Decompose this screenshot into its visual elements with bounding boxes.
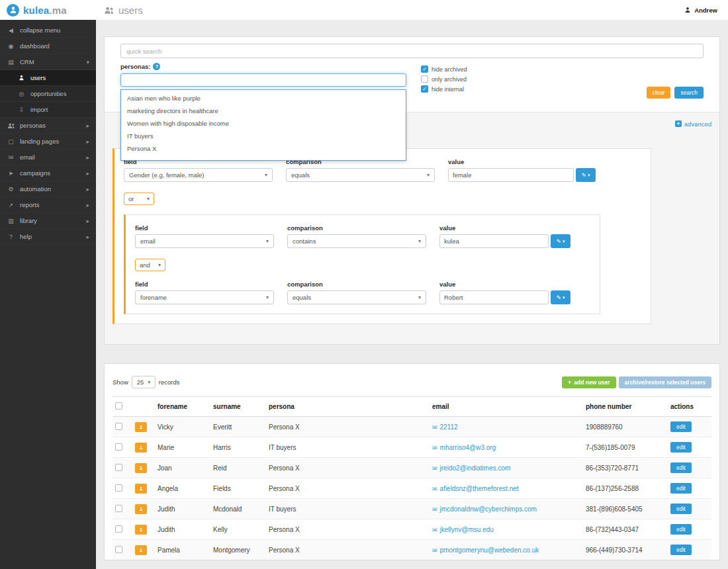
edit-button[interactable]: edit: [670, 503, 692, 514]
email-link[interactable]: jreido2@indiatimes.com: [440, 464, 511, 472]
user-menu[interactable]: Andrew: [684, 7, 728, 14]
search-button[interactable]: search: [674, 87, 704, 99]
edit-button[interactable]: edit: [670, 524, 692, 535]
user-badge-icon[interactable]: [135, 545, 147, 555]
field-select[interactable]: forename: [135, 290, 274, 304]
persona-option[interactable]: IT buyers: [121, 130, 406, 142]
user-badge-icon[interactable]: [135, 422, 147, 432]
checkbox-only-archived[interactable]: only archived: [421, 75, 467, 83]
page-size-select[interactable]: 25: [132, 376, 156, 388]
row-checkbox[interactable]: [115, 505, 122, 512]
row-checkbox[interactable]: [115, 525, 122, 533]
persona-option[interactable]: marketing directors in healthcare: [121, 105, 406, 117]
comparison-select[interactable]: equals: [287, 290, 426, 304]
sidebar-item-reports[interactable]: ↗ reports ▸: [0, 197, 96, 213]
cell-phone: 86-(137)256-2588: [583, 478, 668, 499]
sidebar-item-opportunities[interactable]: ◎ opportunities: [0, 86, 96, 102]
column-header-surname[interactable]: surname: [210, 397, 266, 417]
row-checkbox[interactable]: [115, 423, 122, 430]
sidebar-item-dashboard[interactable]: ◉ dashboard: [0, 38, 96, 54]
column-header-persona[interactable]: persona: [266, 397, 430, 417]
value-edit-button[interactable]: ✎: [551, 290, 570, 304]
sidebar-item-landing-pages[interactable]: ▢ landing pages ▸: [0, 134, 96, 150]
sidebar-item-automation[interactable]: ⚙ automation ▸: [0, 181, 96, 197]
edit-button[interactable]: edit: [670, 462, 692, 473]
envelope-icon: ✉: [432, 547, 437, 554]
cell-forename: Vicky: [155, 417, 210, 437]
field-select[interactable]: Gender (e.g, female, male): [124, 168, 273, 182]
email-link[interactable]: jkellynv@msu.edu: [440, 526, 494, 533]
sidebar-item-users[interactable]: users: [0, 70, 96, 86]
clear-button[interactable]: clear: [647, 87, 670, 99]
comparison-select[interactable]: equals: [286, 168, 435, 182]
edit-button[interactable]: edit: [670, 483, 692, 494]
email-link[interactable]: mharriso4@w3.org: [440, 444, 496, 451]
help-badge-icon[interactable]: ?: [153, 63, 160, 70]
sidebar-item-import[interactable]: ⇩ import: [0, 102, 96, 118]
sidebar-item-help[interactable]: ? help ▸: [0, 229, 96, 245]
field-select[interactable]: email: [135, 234, 274, 248]
sidebar-item-label: automation: [20, 185, 51, 193]
users-table: forename surname persona email phone num…: [113, 396, 711, 560]
operator-select-or[interactable]: or: [124, 193, 154, 205]
personas-input[interactable]: [120, 73, 406, 87]
checkbox-hide-internal[interactable]: hide internal: [421, 85, 467, 93]
email-link[interactable]: 22112: [440, 423, 458, 431]
chevron-down-icon: ▾: [86, 59, 89, 66]
column-header-phone[interactable]: phone number: [583, 397, 668, 417]
sidebar-item-label: dashboard: [20, 42, 50, 50]
comparison-select-value: equals: [291, 171, 310, 179]
operator-select-and[interactable]: and: [135, 259, 165, 271]
table-row: Vicky Everitt Persona X ✉22112 190888976…: [113, 417, 711, 437]
sidebar-item-label: library: [20, 217, 37, 224]
row-checkbox[interactable]: [115, 464, 122, 471]
row-checkbox[interactable]: [115, 443, 122, 451]
value-edit-button[interactable]: ✎: [551, 234, 570, 248]
checkbox-label: hide internal: [432, 86, 464, 93]
quick-search-input[interactable]: [120, 44, 704, 58]
sidebar-item-campaigns[interactable]: ➤ campaigns ▸: [0, 165, 96, 181]
select-all-checkbox[interactable]: [115, 402, 122, 410]
value-input[interactable]: [439, 234, 549, 248]
persona-option[interactable]: Persona X: [121, 142, 406, 155]
column-header-forename[interactable]: forename: [155, 397, 210, 417]
sidebar-item-email[interactable]: ✉ email ▸: [0, 150, 96, 165]
sidebar-item-library[interactable]: ▥ library ▸: [0, 213, 96, 229]
edit-button[interactable]: edit: [670, 442, 692, 453]
checkbox-hide-archived[interactable]: hide archived: [421, 66, 467, 73]
envelope-icon: ✉: [432, 465, 437, 472]
edit-button[interactable]: edit: [670, 545, 692, 555]
edit-button[interactable]: edit: [670, 421, 692, 432]
personas-block: personas: ? Asian men who like purple ma…: [120, 63, 406, 99]
persona-option[interactable]: Women with high disposable income: [121, 117, 406, 130]
sidebar-item-personas[interactable]: personas ▸: [0, 118, 96, 134]
user-badge-icon[interactable]: [135, 525, 147, 535]
value-input[interactable]: [448, 168, 574, 182]
user-badge-icon[interactable]: [135, 484, 147, 494]
sidebar-item-collapse-menu[interactable]: ◀ collapse menu: [0, 22, 96, 38]
email-link[interactable]: afieldsnz@themeforest.net: [440, 485, 519, 492]
personas-dropdown: Asian men who like purple marketing dire…: [120, 89, 406, 161]
table-row: Judith Mcdonald IT buyers ✉jmcdonaldnw@c…: [113, 499, 711, 519]
table-row: Marie Harris IT buyers ✉mharriso4@w3.org…: [113, 437, 711, 458]
advanced-link[interactable]: + advanced: [675, 120, 711, 128]
persona-option[interactable]: Asian men who like purple: [121, 92, 406, 105]
value-edit-button[interactable]: ✎: [576, 168, 596, 182]
value-input[interactable]: [439, 290, 549, 304]
comparison-select[interactable]: contains: [287, 234, 426, 248]
page-title: users: [104, 5, 143, 16]
sidebar-item-label: email: [20, 153, 35, 161]
add-new-user-button[interactable]: + add new user: [562, 376, 616, 388]
row-checkbox[interactable]: [115, 484, 122, 492]
logo[interactable]: kulea.ma: [0, 4, 96, 17]
archive-restore-button[interactable]: archive/restore selected users: [619, 376, 711, 388]
column-header-email[interactable]: email: [430, 397, 583, 417]
user-badge-icon[interactable]: [135, 504, 147, 514]
row-checkbox[interactable]: [115, 546, 122, 553]
email-link[interactable]: pmontgomerynu@webeden.co.uk: [440, 547, 539, 554]
email-link[interactable]: jmcdonaldnw@cyberchimps.com: [440, 505, 537, 513]
user-badge-icon[interactable]: [135, 463, 147, 473]
user-badge-icon[interactable]: [135, 443, 147, 453]
dashboard-icon: ◉: [7, 43, 15, 50]
sidebar-item-crm[interactable]: ▤ CRM ▾: [0, 54, 96, 70]
